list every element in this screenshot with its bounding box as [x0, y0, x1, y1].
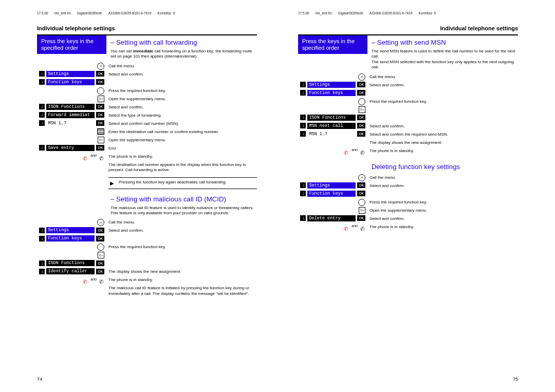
step-key-visual: ↓Function keysOK	[37, 79, 106, 85]
step-row: ↓SettingsOKSelect and confirm.	[298, 82, 518, 89]
step-key-visual: ↓Identify callerOK	[37, 268, 106, 274]
step-description: Call the menu.	[106, 63, 257, 69]
handset-black-icon	[99, 276, 104, 282]
step-row: ≡+Open the supplementary menu.	[37, 137, 257, 144]
step-key-visual: ↓SettingsOK	[298, 82, 367, 88]
step-key-visual: ↓Forward immediatOK	[37, 112, 106, 118]
step-key-visual: ↓MSN 1…7OK	[298, 131, 367, 137]
function-key-icon	[97, 244, 104, 251]
ok-box: OK	[96, 71, 104, 77]
step-key-visual: ≡+	[298, 106, 367, 113]
step-row: ↓Delete entryOKSelect and confirm.	[298, 215, 518, 222]
supplementary-menu-icon: ≡+	[98, 137, 104, 143]
handset-red-icon	[344, 223, 349, 229]
instruction-banner: Press the keys in the specified order	[298, 35, 367, 54]
step-row: ≡Call the menu.	[298, 174, 518, 181]
menu-label: Identify caller	[46, 268, 95, 274]
menu-label: Settings	[307, 82, 356, 88]
supplementary-menu-icon: ≡+	[359, 106, 365, 113]
step-row: andThe phone is in standby.	[298, 223, 518, 231]
menu-label: MSN 1…7	[307, 131, 356, 137]
step-description: Press the required function key.	[367, 199, 518, 205]
page-75: 17.5.00 Ind_einr.fm Gigaset3035isdn A310…	[278, 0, 555, 392]
ok-box: OK	[357, 215, 365, 221]
down-arrow-icon: ↓	[39, 104, 45, 109]
heading-delete-fk: Deleting function key settings	[372, 163, 518, 171]
step-description: Select and confirm.	[106, 71, 257, 77]
function-key-icon	[358, 199, 365, 206]
step-key-visual: ≡+	[37, 137, 106, 143]
down-arrow-icon: ↓	[300, 115, 306, 120]
heading-send-msn: – Setting with send MSN	[372, 39, 518, 46]
step-description	[367, 115, 518, 116]
handset-pair: and	[298, 147, 367, 153]
step-row: ≡Call the menu.	[298, 73, 518, 81]
step-description: Call the menu.	[367, 174, 518, 180]
meta-code: A31008-G3035-B101-6-7619	[108, 11, 152, 15]
step-key-visual: and	[37, 153, 106, 158]
down-arrow-icon: ↓	[39, 71, 45, 77]
step-description: Call the menu.	[367, 73, 518, 80]
meta-korrektur: Korrektur: 0	[158, 11, 175, 15]
ok-box: OK	[357, 90, 365, 96]
step-description: Press the required function key.	[106, 87, 257, 94]
meta-date: 17.5.00	[37, 11, 48, 15]
step-key-visual: ↓Function keysOK	[298, 191, 367, 197]
step-row: Press the required function key.	[298, 98, 518, 105]
steps-delete-fk: ≡Call the menu.↓SettingsOKSelect and con…	[298, 174, 518, 231]
step-row: ↓ISDN FunctionsOKSelect and confirm.	[37, 104, 257, 111]
step-key-visual	[37, 128, 106, 135]
ok-box: OK	[96, 236, 104, 241]
step-key-visual: ≡	[37, 63, 106, 70]
handset-red-icon	[83, 276, 88, 282]
step-row: andThe phone is in standby.	[37, 276, 257, 284]
down-arrow-icon: ↓	[39, 260, 45, 266]
menu-label: Forward immediat	[46, 112, 95, 118]
heading-mcid: – Setting with malicious call ID (MCID)	[110, 195, 257, 203]
down-arrow-icon: ↓	[39, 145, 45, 151]
down-arrow-icon: ↓	[39, 112, 45, 118]
step-row: ↓Save entryOKEnd.	[37, 145, 257, 152]
step-key-visual: ≡	[298, 73, 367, 81]
step-row: ↓Forward immediatOKSelect the type of fo…	[37, 112, 257, 119]
step-key-visual	[298, 199, 367, 206]
info-icon: ▶	[108, 180, 116, 186]
step-row: ↓MSN 1…7OKSelect and confirm call number…	[37, 120, 257, 127]
menu-icon: ≡	[97, 219, 104, 226]
ok-box: OK	[96, 269, 104, 274]
instruction-banner: Press the keys in the specified order	[37, 35, 106, 54]
supplementary-menu-icon: ≡+	[98, 96, 104, 102]
step-row: ↓SettingsOKSelect and confirm.	[37, 71, 257, 78]
supplementary-menu-icon: ≡+	[359, 207, 365, 214]
step-key-visual: ≡+	[37, 96, 106, 102]
ok-box: OK	[357, 191, 365, 196]
step-description: Press the required function key.	[367, 98, 518, 104]
step-row: ↓ISDN FunctionsOK	[298, 115, 518, 122]
menu-label: Function keys	[46, 79, 95, 85]
menu-label: ISDN Functions	[46, 104, 95, 110]
step-description: Select and confirm.	[367, 215, 518, 221]
step-description: Enter the destination call number or con…	[106, 128, 257, 135]
step-row: Press the required function key.	[298, 199, 518, 206]
step-description: Select and confirm.	[367, 82, 518, 88]
step-row: ↓SettingsOKSelect and confirm.	[37, 227, 257, 234]
down-arrow-icon: ↓	[300, 82, 306, 87]
mcid-result: The malicious call ID feature is initiat…	[106, 285, 257, 296]
down-arrow-icon: ↓	[39, 269, 45, 274]
handset-black-icon	[360, 147, 365, 153]
menu-label: Function keys	[307, 90, 356, 96]
step-key-visual: and	[298, 223, 367, 229]
step-key-visual: ↓Function keysOK	[298, 90, 367, 96]
standby-text: The phone is in standby.	[367, 147, 518, 154]
menu-label: Settings	[46, 227, 95, 233]
step-description: Select and confirm.	[106, 227, 257, 233]
down-arrow-icon: ↓	[39, 236, 45, 241]
step-row: Enter the destination call number or con…	[37, 128, 257, 136]
keypad-icon	[97, 128, 104, 135]
step-key-visual: ↓SettingsOK	[37, 71, 106, 77]
note-block: ▶ Pressing the function key again deacti…	[108, 177, 257, 189]
step-row: Press the required function key.	[37, 244, 257, 251]
step-description: The phone is in standby.	[106, 153, 257, 159]
step-description: Press the required function key.	[106, 244, 257, 250]
step-key-visual: ↓SettingsOK	[37, 227, 106, 233]
